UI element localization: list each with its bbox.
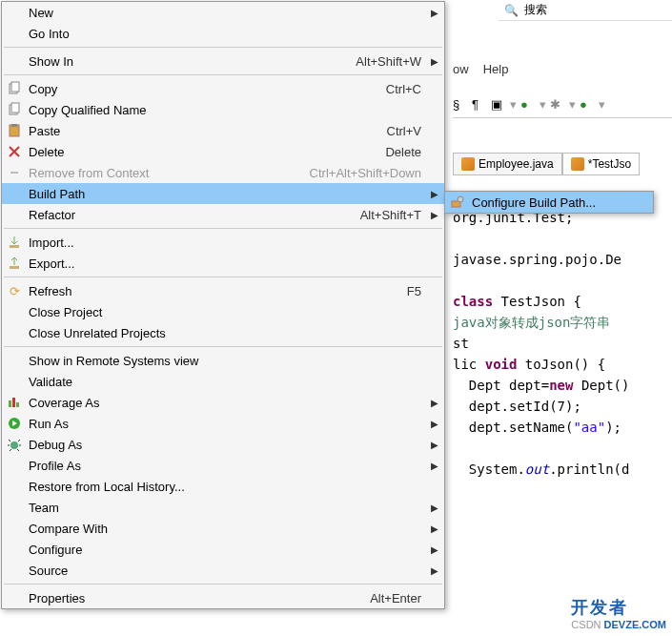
editor-tab[interactable]: *TestJso bbox=[562, 153, 640, 175]
build-path-submenu: Configure Build Path... bbox=[444, 191, 654, 214]
toolbar-icon[interactable]: § bbox=[453, 97, 468, 113]
keyboard-shortcut: Ctrl+Alt+Shift+Down bbox=[310, 166, 437, 180]
code-comment: java对象转成json字符串 bbox=[453, 315, 610, 330]
keyboard-shortcut: F5 bbox=[407, 284, 437, 298]
pilcrow-icon[interactable]: ¶ bbox=[472, 97, 487, 113]
submenu-arrow-icon: ▶ bbox=[431, 565, 438, 576]
svg-rect-1 bbox=[11, 82, 19, 92]
search-icon: 🔍 bbox=[504, 4, 519, 17]
menu-separator bbox=[4, 346, 442, 347]
menu-item-refresh[interactable]: ⟳ Refresh F5 bbox=[2, 280, 444, 301]
menu-item-coverage-as[interactable]: Coverage As ▶ bbox=[2, 392, 444, 413]
menu-separator bbox=[4, 277, 442, 277]
menubar-item[interactable]: Help bbox=[483, 62, 509, 76]
java-file-icon bbox=[461, 157, 475, 171]
menu-item-debug-as[interactable]: Debug As ▶ bbox=[2, 434, 444, 455]
menu-item-restore-history[interactable]: Restore from Local History... bbox=[2, 476, 444, 497]
menu-separator bbox=[4, 228, 442, 229]
keyboard-shortcut: Ctrl+C bbox=[386, 82, 437, 96]
menu-item-copy[interactable]: Copy Ctrl+C bbox=[2, 78, 444, 99]
search-text: 搜索 bbox=[524, 2, 547, 18]
menu-item-run-as[interactable]: Run As ▶ bbox=[2, 413, 444, 434]
keyboard-shortcut: Delete bbox=[385, 145, 437, 159]
submenu-arrow-icon: ▶ bbox=[431, 440, 438, 450]
menu-item-copy-qualified-name[interactable]: Copy Qualified Name bbox=[2, 99, 444, 120]
submenu-arrow-icon: ▶ bbox=[431, 210, 438, 220]
menubar-item[interactable]: ow bbox=[453, 62, 469, 76]
copy-icon bbox=[6, 80, 23, 97]
debug-icon bbox=[6, 436, 23, 453]
tab-label: *TestJso bbox=[588, 157, 631, 171]
run-icon bbox=[6, 415, 23, 432]
menu-separator bbox=[4, 47, 442, 48]
svg-point-14 bbox=[458, 196, 463, 202]
editor-tab[interactable]: Employee.java bbox=[453, 153, 562, 175]
debug-toolbar-icon[interactable]: ✱ bbox=[550, 97, 565, 113]
menu-separator bbox=[4, 584, 442, 585]
menu-item-source[interactable]: Source ▶ bbox=[2, 560, 444, 581]
menu-item-delete[interactable]: Delete Delete bbox=[2, 141, 444, 162]
svg-rect-3 bbox=[11, 103, 19, 113]
svg-rect-7 bbox=[10, 266, 19, 269]
keyboard-shortcut: Alt+Shift+W bbox=[356, 54, 437, 69]
coverage-icon bbox=[6, 394, 23, 411]
copy-icon bbox=[6, 101, 23, 118]
svg-rect-10 bbox=[16, 402, 19, 407]
remove-icon bbox=[6, 164, 23, 181]
menu-item-export[interactable]: Export... bbox=[2, 253, 444, 274]
code-editor[interactable]: org.junit.Test; javase.spring.pojo.De cl… bbox=[453, 186, 672, 501]
submenu-arrow-icon: ▶ bbox=[431, 503, 438, 513]
export-icon bbox=[6, 255, 23, 272]
menu-item-configure-build-path[interactable]: Configure Build Path... bbox=[445, 192, 653, 213]
menu-item-remove-context: Remove from Context Ctrl+Alt+Shift+Down bbox=[2, 162, 444, 183]
menu-item-close-project[interactable]: Close Project bbox=[2, 301, 444, 322]
menu-item-go-into[interactable]: Go Into bbox=[2, 23, 444, 44]
menu-item-paste[interactable]: Paste Ctrl+V bbox=[2, 120, 444, 141]
svg-rect-5 bbox=[11, 124, 17, 127]
submenu-arrow-icon: ▶ bbox=[431, 398, 438, 408]
menu-item-new[interactable]: New ▶ bbox=[2, 2, 444, 23]
submenu-arrow-icon: ▶ bbox=[431, 544, 438, 555]
menu-separator bbox=[4, 74, 442, 75]
submenu-arrow-icon: ▶ bbox=[431, 419, 438, 429]
svg-rect-8 bbox=[9, 400, 11, 407]
menu-item-show-in[interactable]: Show In Alt+Shift+W ▶ bbox=[2, 51, 444, 72]
submenu-arrow-icon: ▶ bbox=[431, 461, 438, 471]
menu-item-refactor[interactable]: Refactor Alt+Shift+T ▶ bbox=[2, 204, 444, 225]
refresh-icon: ⟳ bbox=[6, 282, 23, 299]
toolbar-icon[interactable]: ● bbox=[580, 97, 595, 113]
svg-rect-6 bbox=[10, 245, 19, 248]
keyboard-shortcut: Alt+Shift+T bbox=[360, 208, 437, 222]
menu-item-properties[interactable]: Properties Alt+Enter bbox=[2, 587, 444, 608]
menu-item-compare-with[interactable]: Compare With ▶ bbox=[2, 518, 444, 539]
menu-item-build-path[interactable]: Build Path ▶ bbox=[2, 183, 444, 204]
tab-label: Employee.java bbox=[479, 157, 554, 171]
submenu-arrow-icon: ▶ bbox=[431, 56, 438, 67]
menu-item-show-remote[interactable]: Show in Remote Systems view bbox=[2, 350, 444, 371]
delete-icon bbox=[6, 143, 23, 160]
watermark: 开发者 CSDN DEVZE.COM bbox=[571, 596, 666, 630]
svg-rect-9 bbox=[12, 398, 15, 407]
menu-item-import[interactable]: Import... bbox=[2, 232, 444, 253]
menu-item-validate[interactable]: Validate bbox=[2, 371, 444, 392]
import-icon bbox=[6, 234, 23, 251]
menu-item-close-unrelated[interactable]: Close Unrelated Projects bbox=[2, 322, 444, 343]
toolbar-icon[interactable]: ▣ bbox=[491, 97, 506, 113]
paste-icon bbox=[6, 122, 23, 139]
submenu-arrow-icon: ▶ bbox=[431, 8, 438, 18]
submenu-arrow-icon: ▶ bbox=[431, 189, 438, 199]
build-path-icon bbox=[449, 194, 466, 211]
java-file-icon bbox=[571, 157, 584, 171]
submenu-arrow-icon: ▶ bbox=[431, 523, 438, 534]
code-line: javase.spring.pojo.De bbox=[453, 252, 621, 267]
svg-point-12 bbox=[10, 441, 18, 449]
keyboard-shortcut: Ctrl+V bbox=[387, 124, 437, 138]
context-menu: New ▶ Go Into Show In Alt+Shift+W ▶ Copy… bbox=[1, 1, 445, 609]
menu-item-profile-as[interactable]: Profile As ▶ bbox=[2, 455, 444, 476]
keyboard-shortcut: Alt+Enter bbox=[370, 591, 437, 605]
menu-item-team[interactable]: Team ▶ bbox=[2, 497, 444, 518]
run-icon[interactable]: ● bbox=[520, 97, 536, 113]
menu-item-configure[interactable]: Configure ▶ bbox=[2, 539, 444, 560]
